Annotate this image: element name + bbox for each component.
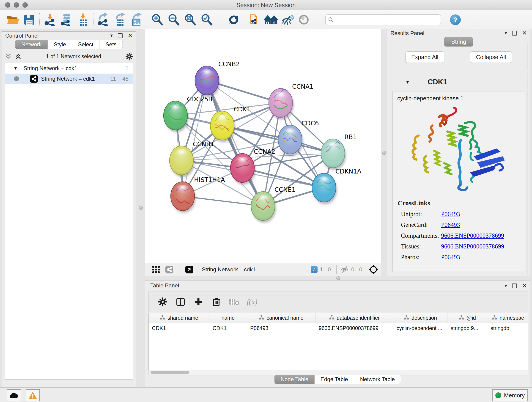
function-builder-button[interactable]: f(x) bbox=[243, 294, 261, 309]
tab-select[interactable]: Select bbox=[72, 40, 100, 49]
network-node-CCNB2[interactable] bbox=[195, 66, 220, 97]
add-column-button[interactable] bbox=[190, 294, 207, 309]
column-header-shared-name[interactable]: shared name bbox=[149, 313, 209, 323]
import-network-icon bbox=[43, 13, 57, 26]
network-node-CCNE1[interactable] bbox=[251, 191, 276, 223]
results-entry-header[interactable]: ▼ CDK1 bbox=[390, 73, 527, 91]
tree-expander-icon[interactable]: ▼ bbox=[13, 66, 18, 71]
network-row[interactable]: String Network – cdk1 11 48 bbox=[5, 74, 133, 84]
network-node-RB1[interactable] bbox=[321, 139, 346, 170]
network-node-HIST1H1A[interactable] bbox=[171, 182, 196, 213]
refresh-view-button[interactable] bbox=[225, 12, 242, 27]
first-neighbors-button[interactable] bbox=[263, 12, 279, 27]
network-loaded-dot bbox=[14, 76, 19, 81]
grid-view-button[interactable] bbox=[149, 262, 163, 277]
search-input[interactable] bbox=[325, 14, 441, 25]
string-view-button[interactable] bbox=[163, 262, 176, 277]
warnings-button[interactable] bbox=[26, 389, 40, 401]
hidden-eye-icon[interactable] bbox=[340, 266, 349, 273]
panel-close-icon[interactable]: ✕ bbox=[128, 32, 133, 38]
right-splitter-handle[interactable] bbox=[382, 151, 386, 155]
scrollbar-thumb[interactable] bbox=[151, 371, 189, 374]
column-header-canonical-name[interactable]: canonical name bbox=[247, 313, 316, 323]
export-table-icon bbox=[114, 13, 127, 26]
network-node-CCNA1[interactable] bbox=[269, 89, 294, 120]
import-network-file-button[interactable] bbox=[42, 12, 58, 27]
hide-selected-button[interactable] bbox=[279, 12, 296, 27]
copy-network-clipboard-icon bbox=[248, 13, 261, 26]
expand-all-icon[interactable] bbox=[15, 53, 22, 60]
network-edge-CCNB2-CCNE1[interactable] bbox=[207, 80, 263, 206]
tab-edge-table[interactable]: Edge Table bbox=[315, 375, 354, 384]
horizontal-splitter-handle[interactable] bbox=[336, 276, 340, 280]
network-node-CDK1[interactable] bbox=[210, 111, 235, 142]
network-node-CDC6[interactable] bbox=[278, 125, 303, 156]
table-row[interactable]: CDK1CDK1P064939606.ENSP00000378699cyclin… bbox=[149, 323, 528, 333]
table-cell: cyclin-dependent ... bbox=[393, 323, 447, 333]
left-splitter-handle[interactable] bbox=[139, 206, 143, 210]
column-header-label: namespac bbox=[500, 315, 524, 321]
collapse-all-icon[interactable] bbox=[5, 53, 12, 60]
selected-nodes-checkbox[interactable]: ✓ bbox=[311, 266, 317, 273]
column-header-description[interactable]: description bbox=[393, 313, 447, 323]
collapse-all-button[interactable]: Collapse All bbox=[470, 51, 512, 63]
crosslink-link[interactable]: 9606.ENSP00000378699 bbox=[441, 232, 504, 239]
node-label-CDC6: CDC6 bbox=[302, 120, 319, 127]
zoom-in-button[interactable] bbox=[149, 12, 165, 27]
table-options-button[interactable] bbox=[154, 294, 172, 309]
import-network-database-button[interactable] bbox=[58, 12, 75, 27]
show-columns-button[interactable] bbox=[172, 294, 190, 309]
panel-float-icon[interactable] bbox=[118, 33, 123, 38]
panel-collapse-icon[interactable]: ▾ bbox=[110, 33, 113, 38]
cloud-status-button[interactable] bbox=[7, 389, 21, 401]
delete-table-button[interactable] bbox=[225, 294, 243, 309]
tab-network-table[interactable]: Network Table bbox=[354, 375, 401, 384]
crosslink-link[interactable]: P06493 bbox=[441, 254, 460, 261]
zoom-selected-button[interactable] bbox=[198, 12, 215, 27]
column-header-namespac[interactable]: namespac bbox=[487, 313, 528, 323]
save-session-button[interactable] bbox=[21, 12, 38, 27]
panel-close-icon[interactable]: ✕ bbox=[522, 283, 527, 289]
column-header-@id[interactable]: @id bbox=[447, 313, 487, 323]
network-node-CDKN1A[interactable] bbox=[312, 173, 337, 204]
expand-all-button[interactable]: Expand All bbox=[405, 51, 444, 63]
help-button[interactable]: ? bbox=[450, 14, 461, 25]
column-header-database-identifier[interactable]: database identifier bbox=[316, 313, 393, 323]
export-table-button[interactable] bbox=[112, 12, 128, 27]
delete-column-button[interactable] bbox=[207, 294, 225, 309]
tab-node-table[interactable]: Node Table bbox=[274, 375, 315, 384]
export-image-button[interactable] bbox=[128, 12, 145, 27]
crosslink-link[interactable]: 9606.ENSP00000378699 bbox=[441, 243, 504, 250]
detach-view-button[interactable] bbox=[183, 262, 196, 277]
network-collection-row[interactable]: ▼ String Network – cdk1 1 bbox=[5, 63, 133, 74]
clone-network-button[interactable] bbox=[246, 12, 263, 27]
column-header-name[interactable]: name bbox=[209, 313, 247, 323]
open-session-button[interactable] bbox=[5, 12, 21, 27]
network-options-gear-icon[interactable] bbox=[125, 52, 133, 60]
panel-close-icon[interactable]: ✕ bbox=[522, 30, 527, 36]
panel-float-icon[interactable] bbox=[512, 283, 517, 288]
entry-expander-icon[interactable]: ▼ bbox=[405, 80, 410, 85]
tab-sets[interactable]: Sets bbox=[100, 40, 123, 49]
export-network-button[interactable] bbox=[95, 12, 112, 27]
memory-button[interactable]: Memory bbox=[492, 389, 528, 401]
crosslink-link[interactable]: P06493 bbox=[441, 211, 460, 218]
panel-float-icon[interactable] bbox=[512, 31, 517, 36]
results-tab-string[interactable]: String bbox=[444, 37, 473, 46]
zoom-fit-button[interactable] bbox=[182, 12, 198, 27]
node-label-CDKN1A: CDKN1A bbox=[336, 168, 361, 175]
crosslink-label: Tissues: bbox=[401, 243, 441, 250]
birds-eye-view-button[interactable] bbox=[366, 262, 381, 277]
show-all-button[interactable] bbox=[296, 12, 312, 27]
network-node-CCNB1[interactable] bbox=[170, 146, 195, 177]
panel-collapse-icon[interactable]: ▾ bbox=[505, 31, 507, 36]
zoom-out-button[interactable] bbox=[165, 12, 182, 27]
tab-style[interactable]: Style bbox=[48, 40, 72, 49]
import-table-button[interactable] bbox=[75, 12, 91, 27]
trash-icon bbox=[212, 297, 221, 307]
crosslink-link[interactable]: P06493 bbox=[441, 221, 460, 229]
tab-network[interactable]: Network bbox=[15, 40, 48, 49]
network-node-CCNA2[interactable] bbox=[230, 153, 255, 185]
panel-collapse-icon[interactable]: ▾ bbox=[505, 283, 507, 288]
network-canvas[interactable]: CCNB2CCNA1CDC25BCDK1CDC6RB1CCNB1CCNA2CDK… bbox=[145, 29, 381, 263]
